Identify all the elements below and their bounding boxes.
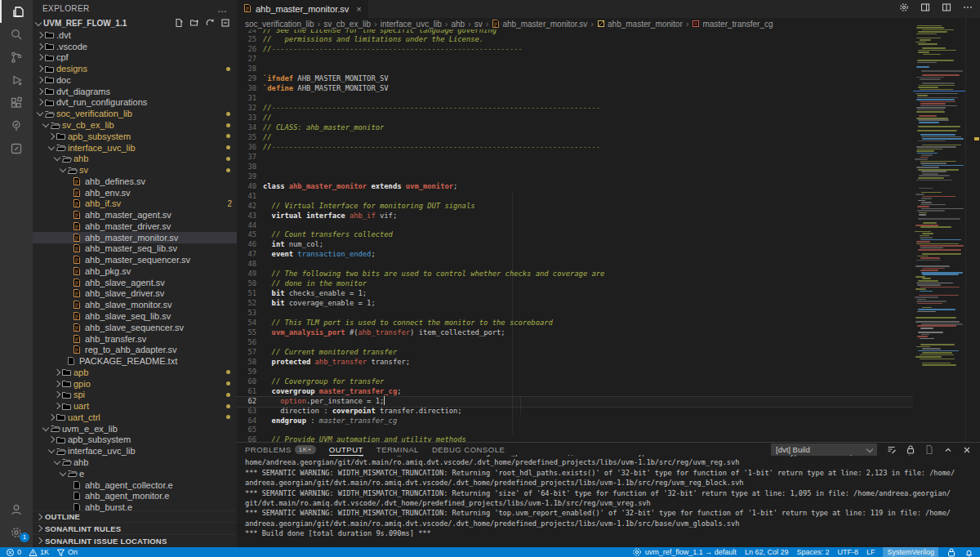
panel-tab-terminal[interactable]: TERMINAL [376,443,419,455]
tree-item-dvt-run-configurations[interactable]: dvt_run_configurations [33,97,237,109]
tree-item-sv[interactable]: sv [33,164,237,176]
activity-sonarlint[interactable] [0,114,33,137]
status-uvm-ref-flow-1-1-default[interactable]: uvm_ref_flow_1.1 → default [631,547,737,557]
tree-item-apb-subsystem[interactable]: apb_subsystem [33,434,237,446]
code-line: // Virtual Interface for monitoring DUT … [263,201,475,211]
gear-icon[interactable] [898,2,910,16]
tree-item-ahb-defines-sv[interactable]: ahb_defines.sv [33,176,237,187]
tree-item-ahb-master-monitor-sv[interactable]: ahb_master_monitor.sv [33,232,237,243]
status-spaces-2[interactable]: Spaces: 2 [796,547,829,557]
refresh-icon[interactable] [205,18,215,29]
tree-item-ahb-slave-seq-lib-sv[interactable]: ahb_slave_seq_lib.sv [33,310,237,322]
breadcrumb-item[interactable]: ahb_master_monitor.sv [492,19,587,29]
tree-item-interface-uvc-lib[interactable]: interface_uvc_lib [33,142,237,154]
tree-item-ahb-agent-collector-e[interactable]: ahb_agent_collector.e [33,479,237,491]
collapse-all-icon[interactable] [220,18,230,29]
status-bell[interactable] [964,547,973,557]
open-log-icon[interactable] [924,444,934,455]
breadcrumb-item[interactable]: ahb_master_monitor [597,20,683,29]
minimap[interactable] [913,23,965,441]
tree-item-ahb-master-sequencer-sv[interactable]: ahb_master_sequencer.sv [33,254,237,265]
breadcrumb-item[interactable]: soc_verification_lib [245,20,314,29]
tree-item-apb-subsystem[interactable]: apb_subsystem [33,131,237,142]
activity-extensions[interactable] [0,91,33,114]
breadcrumb-item[interactable]: sv [474,20,483,29]
tree-item-ahb-agent-monitor-e[interactable]: ahb_agent_monitor.e [33,490,237,501]
tree-item-ahb-pkg-sv[interactable]: ahb_pkg.sv [33,265,237,277]
tree-item-ahb[interactable]: ahb [33,457,237,468]
activity-source-control[interactable] [0,46,33,69]
overview-ruler[interactable] [965,18,980,442]
panel-tab-problems[interactable]: PROBLEMS1K+ [245,443,316,455]
tree-item-uart-ctrl[interactable]: uart_ctrl [33,412,237,423]
breadcrumb-item[interactable]: sv_cb_ex_lib [323,20,371,29]
status-1k[interactable]: 1K [29,547,49,557]
tree-item-doc[interactable]: doc [33,74,237,86]
split-editor-icon[interactable] [941,2,952,16]
new-file-icon[interactable] [174,18,184,29]
tree-item-ahb-if-sv[interactable]: ahb_if.sv2 [33,198,237,209]
more-icon[interactable] [962,2,973,16]
tree-item-soc-verification-lib[interactable]: soc_verification_lib [33,108,237,119]
status-lock[interactable] [947,547,956,557]
code-editor[interactable]: 24// See the License for the specific la… [237,29,913,442]
section-sonarlint-rules[interactable]: SONARLINT RULES [33,522,237,534]
breadcrumb-item[interactable]: ahb [451,20,465,29]
output-log[interactable]: *** SEMANTIC WARNING: WIDTH_MISMATCH_TRU… [245,455,977,546]
tree-item-ahb-master-agent-sv[interactable]: ahb_master_agent.sv [33,209,237,221]
breadcrumb-item[interactable]: master_transfer_cg [692,20,773,29]
lock-icon[interactable] [906,444,915,455]
tab-ahb-master-monitor[interactable]: ahb_master_monitor.sv × [237,0,368,18]
activity-search[interactable] [0,23,33,46]
tree-item-package-readme-txt[interactable]: PACKAGE_README.txt [33,355,237,367]
activity-dvt-edit[interactable] [0,137,33,160]
clear-output-icon[interactable] [886,444,897,455]
tree-item-designs[interactable]: designs [33,63,237,74]
tree-item-ahb-slave-sequencer-sv[interactable]: ahb_slave_sequencer.sv [33,322,237,333]
tree-item-ahb-transfer-sv[interactable]: ahb_transfer.sv [33,333,237,345]
tree-item-ahb-master-seq-lib-sv[interactable]: ahb_master_seq_lib.sv [33,243,237,255]
layout-icon[interactable] [920,2,931,16]
tree-item-ahb-slave-monitor-sv[interactable]: ahb_slave_monitor.sv [33,299,237,310]
tree-item-spi[interactable]: spi [33,390,237,401]
workspace-section-header[interactable]: UVM_REF_FLOW_1.1 [33,17,237,29]
status-0[interactable]: 0 [6,547,21,557]
activity-settings[interactable]: 1 [0,521,33,544]
section-outline[interactable]: OUTLINE [33,510,237,523]
tree-item-gpio[interactable]: gpio [33,378,237,390]
output-channel-select[interactable]: [dvt] Build [771,443,877,456]
tree-item-ahb-master-driver-sv[interactable]: ahb_master_driver.sv [33,221,237,232]
status-lf[interactable]: LF [866,547,875,557]
tree-item--dvt[interactable]: .dvt [33,29,237,41]
tree-item-uvm-e-ex-lib[interactable]: uvm_e_ex_lib [33,423,237,434]
tree-item-reg-to-ahb-adapter-sv[interactable]: reg_to_ahb_adapter.sv [33,344,237,355]
close-icon[interactable]: × [356,4,361,14]
more-actions-icon[interactable]: … [217,3,227,15]
maximize-panel-icon[interactable] [943,445,953,455]
tree-item-ahb-env-sv[interactable]: ahb_env.sv [33,187,237,198]
tree-item-uart[interactable]: uart [33,400,237,412]
tree-item-sv-cb-ex-lib[interactable]: sv_cb_ex_lib [33,119,237,131]
tree-item--vscode[interactable]: .vscode [33,41,237,52]
tree-item-e[interactable]: e [33,468,237,479]
tree-item-ahb-slave-agent-sv[interactable]: ahb_slave_agent.sv [33,277,237,288]
tree-item-interface-uvc-lib[interactable]: interface_uvc_lib [33,445,237,457]
new-folder-icon[interactable] [189,18,199,29]
breadcrumb-item[interactable]: interface_uvc_lib [381,20,442,29]
close-panel-icon[interactable] [962,445,972,455]
status-on[interactable]: On [56,547,78,557]
activity-account[interactable] [0,498,33,521]
tree-item-apb[interactable]: apb [33,367,237,378]
tree-item-cpf[interactable]: cpf [33,52,237,64]
tree-item-ahb-slave-driver-sv[interactable]: ahb_slave_driver.sv [33,288,237,300]
panel-tab-output[interactable]: OUTPUT [329,443,363,456]
tree-item-ahb[interactable]: ahb [33,153,237,164]
status-ln-62-col-29[interactable]: Ln 62, Col 29 [745,547,789,557]
status-utf-8[interactable]: UTF-8 [837,547,858,557]
status-systemverilog[interactable]: SystemVerilog [883,547,938,557]
tree-item-dvt-diagrams[interactable]: dvt_diagrams [33,86,237,97]
activity-run-debug[interactable] [0,69,33,91]
activity-explorer[interactable] [0,0,34,23]
panel-tab-debug-console[interactable]: DEBUG CONSOLE [432,443,505,455]
section-sonarlint-issue-locations[interactable]: SONARLINT ISSUE LOCATIONS [33,534,237,546]
